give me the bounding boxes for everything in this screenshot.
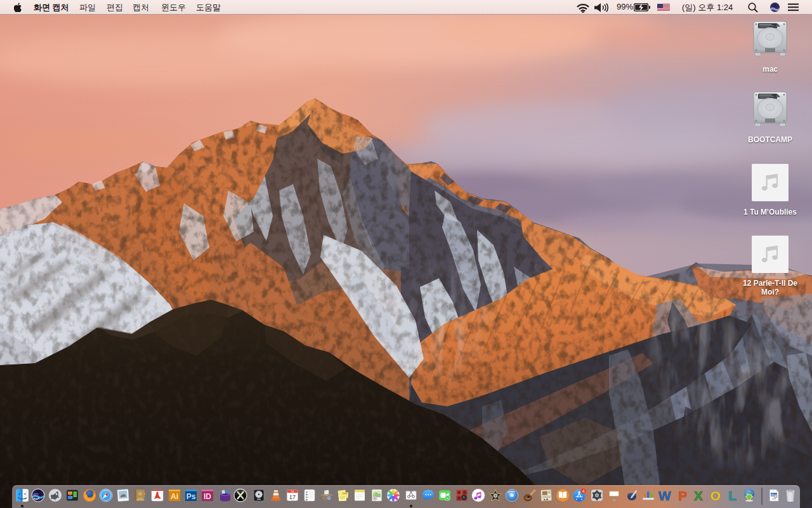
svg-text:Ps: Ps	[186, 492, 195, 501]
svg-text:L: L	[728, 488, 737, 502]
svg-text:O: O	[710, 488, 720, 502]
svg-text:Q: Q	[327, 496, 331, 500]
svg-text:Ai: Ai	[171, 492, 178, 501]
svg-text:X: X	[693, 488, 702, 502]
svg-text:P: P	[678, 488, 687, 502]
svg-text:17: 17	[289, 494, 296, 500]
svg-text:4: 4	[582, 489, 585, 493]
svg-text:W: W	[658, 488, 671, 502]
svg-text:ID: ID	[204, 492, 211, 501]
svg-text:6월: 6월	[291, 490, 294, 493]
